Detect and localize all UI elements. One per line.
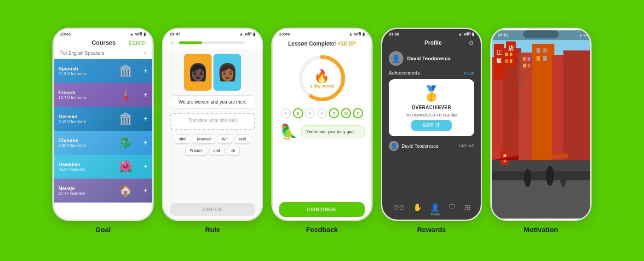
svg-text:23:51: 23:51 bbox=[498, 33, 509, 37]
word-chip-frauen[interactable]: Frauen bbox=[185, 146, 207, 155]
achievements-label: Achievements bbox=[389, 70, 420, 75]
rule-progress-bar bbox=[179, 41, 244, 44]
navajo-add[interactable]: + bbox=[144, 186, 148, 195]
spanish-learners: 21.8M learners bbox=[58, 71, 144, 76]
status-bar-feedback: 23:49 ▲ wifi ▮ bbox=[273, 29, 371, 37]
course-navajo[interactable]: 🏠 Navajo 27.4K learners + bbox=[54, 179, 152, 203]
nav-grid[interactable]: ⊞ bbox=[464, 203, 470, 216]
battery-icon-rw: ▮ bbox=[472, 32, 474, 36]
french-text: French 12.7M learners bbox=[58, 90, 144, 100]
feedback-label: Feedback bbox=[306, 226, 338, 233]
german-add[interactable]: + bbox=[144, 115, 148, 123]
achievement-name: OVERACHIEVER bbox=[412, 105, 451, 110]
grid-icon: ⊞ bbox=[464, 203, 470, 212]
flame-icon: 🔥 bbox=[310, 69, 334, 84]
dropdown-arrow[interactable]: ▾ bbox=[144, 51, 146, 56]
battery-icon-f: ▮ bbox=[362, 32, 365, 36]
word-chip-sind[interactable]: sind bbox=[175, 134, 191, 144]
word-chip-manner[interactable]: Männer bbox=[193, 134, 215, 144]
svg-point-35 bbox=[560, 171, 567, 187]
svg-text:店: 店 bbox=[508, 46, 514, 52]
feedback-header: Lesson Complete! +10 XP bbox=[273, 37, 371, 48]
rule-label: Rule bbox=[205, 226, 220, 233]
svg-text:江: 江 bbox=[496, 50, 502, 56]
achievements-row: Achievements VIEW bbox=[382, 70, 481, 76]
view-link[interactable]: VIEW bbox=[464, 71, 474, 75]
spanish-add[interactable]: + bbox=[144, 67, 148, 75]
battery-icon-r: ▮ bbox=[253, 32, 255, 36]
nav-profile[interactable]: 👤 Profile bbox=[431, 203, 440, 216]
word-chip-wir[interactable]: Wir bbox=[218, 134, 232, 144]
navajo-name: Navajo bbox=[58, 186, 144, 191]
svg-rect-20 bbox=[523, 64, 526, 68]
close-icon[interactable]: ✕ bbox=[170, 39, 175, 46]
day-f: F bbox=[281, 108, 291, 118]
feedback-footer: CONTINUE bbox=[273, 199, 371, 220]
hawaiian-text: Hawaiian 46.8K learners bbox=[58, 162, 144, 172]
translate-box[interactable]: Translate what she said bbox=[170, 113, 255, 130]
phone-goal: 23:45 ▲ wifi ▮ Courses Cancel For Englis… bbox=[52, 28, 154, 221]
nav-practice[interactable]: ✋ bbox=[413, 203, 422, 216]
word-chip-ihr[interactable]: ihr bbox=[227, 146, 240, 155]
gear-icon[interactable]: ⚙ bbox=[468, 39, 474, 46]
french-name: French bbox=[58, 90, 144, 95]
course-spanish[interactable]: 🏛️ Spanish 21.8M learners + bbox=[54, 59, 152, 83]
svg-point-33 bbox=[524, 169, 531, 187]
check-button[interactable]: CHECK bbox=[170, 203, 255, 216]
profile-name: David Teodorescu bbox=[407, 56, 451, 61]
phone-goal-container: 23:45 ▲ wifi ▮ Courses Cancel For Englis… bbox=[52, 28, 154, 233]
svg-point-34 bbox=[546, 166, 554, 186]
nav-home[interactable]: ⊙⊙ bbox=[393, 203, 405, 216]
course-german[interactable]: 🏛️ German 7.19M learners + bbox=[54, 107, 152, 131]
signal-icon-f: ▲ bbox=[349, 32, 353, 36]
time-goal: 23:45 bbox=[60, 32, 71, 36]
svg-rect-15 bbox=[510, 52, 512, 56]
achievement-card: 🥇 OVERACHIEVER You earned 200 XP in a da… bbox=[389, 79, 474, 136]
svg-rect-22 bbox=[536, 48, 540, 53]
home-icon: ⊙⊙ bbox=[393, 203, 405, 212]
xp-badge: +10 XP bbox=[338, 41, 356, 47]
sentence-box: We are women and you are men. bbox=[170, 95, 255, 109]
courses-list: 🏛️ Spanish 21.8M learners + 🗼 French 12.… bbox=[54, 59, 152, 220]
day-s2: S bbox=[305, 108, 315, 118]
profile-icon: 👤 bbox=[431, 203, 440, 212]
rule-progress-fill bbox=[179, 41, 202, 44]
wifi-icon-f: wifi bbox=[354, 32, 361, 36]
chinese-learners: 2.80M learners bbox=[58, 143, 144, 148]
characters: 👩🏿 👩🏾 bbox=[184, 54, 241, 91]
hawaiian-add[interactable]: + bbox=[144, 162, 148, 171]
word-chip-seid[interactable]: seid bbox=[235, 134, 251, 144]
streak-text: 3 day streak bbox=[310, 84, 334, 88]
svg-rect-17 bbox=[510, 59, 512, 63]
word-chip-und[interactable]: und bbox=[209, 146, 224, 155]
signal-icon-rw: ▲ bbox=[458, 32, 462, 36]
got-it-button[interactable]: GOT IT bbox=[411, 120, 451, 131]
french-add[interactable]: + bbox=[144, 91, 148, 99]
svg-rect-32 bbox=[492, 180, 590, 219]
subtitle-text: For English Speakers bbox=[60, 51, 104, 56]
subtitle-row: For English Speakers ▾ bbox=[54, 49, 152, 59]
phone-motivation-container: 江 飯 店 bbox=[490, 28, 592, 233]
course-hawaiian[interactable]: 🌺 Hawaiian 46.8K learners + bbox=[54, 155, 152, 179]
german-name: German bbox=[58, 114, 144, 119]
svg-rect-18 bbox=[523, 57, 526, 61]
german-text: German 7.19M learners bbox=[58, 114, 144, 124]
chinese-add[interactable]: + bbox=[144, 139, 148, 147]
daily-goal-bubble: You've met your daily goal! bbox=[301, 125, 365, 138]
svg-rect-23 bbox=[543, 48, 547, 53]
svg-rect-14 bbox=[505, 52, 508, 56]
course-chinese[interactable]: 🐉 Chinese 2.80M learners + bbox=[54, 131, 152, 155]
signal-icon-r: ▲ bbox=[239, 32, 243, 36]
achievement-desc: You earned 200 XP in a day bbox=[406, 113, 457, 117]
continue-button[interactable]: CONTINUE bbox=[279, 202, 365, 217]
nav-shield[interactable]: 🛡 bbox=[448, 203, 456, 216]
feedback-content: 🔥 3 day streak F S S M T W T 🦜 You've me… bbox=[273, 48, 371, 199]
hawaiian-learners: 46.8K learners bbox=[58, 167, 144, 172]
city-photo: 江 飯 店 bbox=[492, 29, 590, 220]
spanish-name: Spanish bbox=[58, 66, 144, 71]
cancel-button[interactable]: Cancel bbox=[129, 40, 146, 46]
course-french[interactable]: 🗼 French 12.7M learners + bbox=[54, 83, 152, 107]
hawaiian-name: Hawaiian bbox=[58, 162, 144, 167]
svg-rect-24 bbox=[536, 56, 540, 61]
word-chips: sind Männer Wir seid Frauen und ihr bbox=[170, 134, 255, 155]
